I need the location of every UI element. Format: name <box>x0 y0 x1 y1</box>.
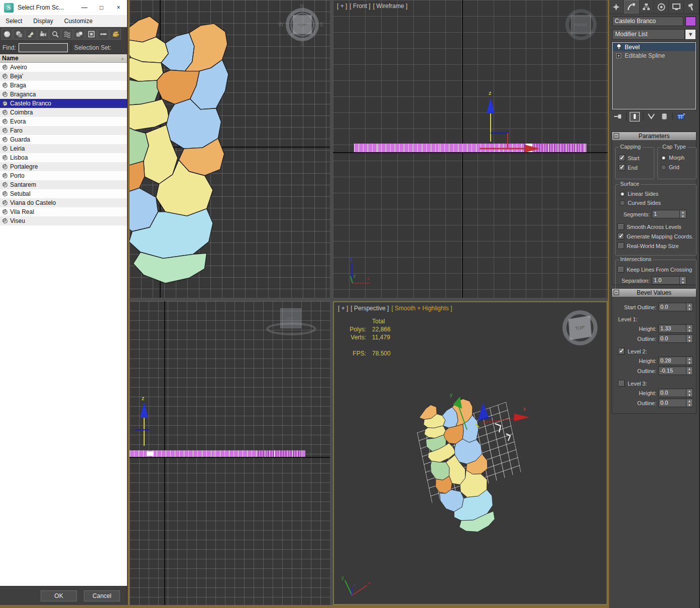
display-groups-icon[interactable] <box>73 29 85 40</box>
capping-end-checkbox[interactable] <box>619 164 625 171</box>
level3-outline-spinner[interactable]: 0.0▲▼ <box>658 399 693 407</box>
list-item[interactable]: Castelo Branco <box>0 99 127 108</box>
menu-customize[interactable]: Customize <box>59 18 98 25</box>
list-item[interactable]: Guarda <box>0 135 127 144</box>
list-item[interactable]: Vila Real <box>0 207 127 216</box>
ok-button[interactable]: OK <box>41 590 77 601</box>
gizmo-z-arrow[interactable] <box>487 97 495 113</box>
show-end-result-button[interactable] <box>630 112 640 121</box>
level2-checkbox[interactable] <box>618 348 625 354</box>
viewport-menu-view[interactable]: [ Front ] <box>349 3 370 10</box>
level3-checkbox[interactable] <box>618 380 625 387</box>
viewport-menu-shading[interactable]: [ Wireframe ] <box>373 3 408 10</box>
list-item[interactable]: Lisboa <box>0 153 127 162</box>
gizmo-x-arrow[interactable] <box>525 145 540 153</box>
gizmo-z-arrow[interactable] <box>140 402 148 418</box>
dialog-title-bar[interactable]: S Select From Sc... — □ × <box>0 0 127 15</box>
modifier-list-chevron-icon[interactable]: ▼ <box>685 29 696 40</box>
viewport-menu-view[interactable]: [ Perspective ] <box>351 305 389 312</box>
list-item[interactable]: Aveiro <box>0 63 127 72</box>
display-lights-icon[interactable] <box>25 29 37 40</box>
display-cameras-icon[interactable] <box>37 29 49 40</box>
segments-spinner[interactable]: 1▲▼ <box>652 210 686 218</box>
move-gizmo-front[interactable]: z x <box>474 89 559 156</box>
cancel-button[interactable]: Cancel <box>84 590 120 601</box>
gizmo-x-arrow[interactable] <box>514 414 529 421</box>
real-world-map-size-checkbox[interactable] <box>618 242 624 249</box>
list-item[interactable]: Porto <box>0 171 127 180</box>
list-item[interactable]: Evora <box>0 117 127 126</box>
configure-modifier-sets-button[interactable] <box>676 112 686 121</box>
start-outline-spinner[interactable]: 0.0▲▼ <box>658 303 693 311</box>
level2-outline-spinner[interactable]: -0.15▲▼ <box>658 367 693 375</box>
find-input[interactable] <box>19 43 68 52</box>
list-item[interactable]: Braga <box>0 81 127 90</box>
parameters-rollout-header[interactable]: − Parameters <box>612 132 696 140</box>
list-column-header[interactable]: Name ▲ <box>0 54 127 63</box>
move-gizmo-left[interactable]: z <box>136 395 166 451</box>
make-unique-button[interactable] <box>646 112 656 121</box>
display-shapes-icon[interactable] <box>13 29 25 40</box>
curved-sides-radio[interactable] <box>620 200 625 206</box>
linear-sides-radio[interactable] <box>620 191 625 197</box>
capping-start-checkbox[interactable] <box>619 155 625 161</box>
display-containers-icon[interactable] <box>109 29 121 40</box>
tab-create[interactable] <box>609 0 624 14</box>
gizmo-z-arrow[interactable] <box>478 403 489 420</box>
list-item[interactable]: Setubal <box>0 189 127 198</box>
display-space-warps-icon[interactable] <box>61 29 73 40</box>
sort-ascending-icon[interactable]: ▲ <box>121 56 127 61</box>
viewcube-top-face[interactable]: TOP <box>568 316 592 340</box>
tab-display[interactable] <box>669 0 684 14</box>
tab-modify[interactable] <box>624 0 639 14</box>
object-color-swatch[interactable] <box>685 17 696 26</box>
viewcube-top-face[interactable]: TOP <box>293 15 312 34</box>
lightbulb-icon[interactable] <box>613 44 625 50</box>
modifier-list-dropdown[interactable]: Modifier List <box>612 29 685 40</box>
smooth-across-levels-checkbox[interactable] <box>618 223 624 230</box>
viewport-perspective[interactable]: y x TOP Total Polys:22,866 Verts:11,479 … <box>333 301 608 605</box>
list-item[interactable]: Beja' <box>0 72 127 81</box>
viewport-left[interactable]: z LEFT <box>130 301 330 605</box>
modifier-stack-item-editable-spline[interactable]: Editable Spline <box>613 51 695 60</box>
list-item[interactable]: Viseu <box>0 216 127 225</box>
list-item[interactable]: Viana do Castelo <box>0 198 127 207</box>
pin-stack-button[interactable] <box>613 112 623 121</box>
viewport-menu-shading[interactable]: [ Smooth + Highlights ] <box>391 305 452 312</box>
list-item[interactable]: Leiria <box>0 144 127 153</box>
cap-type-grid-radio[interactable] <box>661 165 666 170</box>
name-column-header[interactable]: Name <box>0 55 121 62</box>
modifier-stack-item-bevel[interactable]: Bevel <box>613 43 695 51</box>
menu-display[interactable]: Display <box>28 18 58 25</box>
level1-outline-spinner[interactable]: 0.0▲▼ <box>658 334 693 343</box>
menu-select[interactable]: Select <box>0 18 28 25</box>
bevel-object-left-profile[interactable] <box>130 450 305 457</box>
display-geometry-icon[interactable] <box>1 29 13 40</box>
viewport-front[interactable]: z x FRONT z y x [ + ][ Front ][ Wirefram… <box>333 0 608 298</box>
list-item[interactable]: Faro <box>0 126 127 135</box>
viewport-menu-plus[interactable]: [ + ] <box>337 3 347 10</box>
display-bones-icon[interactable] <box>97 29 109 40</box>
list-item[interactable]: Portalegre <box>0 162 127 171</box>
collapse-icon[interactable]: − <box>614 133 619 139</box>
list-item[interactable]: Braganca <box>0 90 127 99</box>
object-name-field[interactable]: Castelo Branco <box>612 17 683 26</box>
close-button[interactable]: × <box>110 4 127 11</box>
minimize-button[interactable]: — <box>76 4 93 11</box>
level3-height-spinner[interactable]: 0.0▲▼ <box>658 389 693 397</box>
tab-utilities[interactable] <box>684 0 699 14</box>
generate-mapping-coords-checkbox[interactable] <box>618 233 624 239</box>
gizmo-y-arrow[interactable] <box>453 397 462 409</box>
expand-plus-icon[interactable] <box>613 53 625 58</box>
viewcube-front-face[interactable]: FRONT <box>571 15 591 34</box>
viewport-menu-plus[interactable]: [ + ] <box>338 305 348 312</box>
cap-type-morph-radio[interactable] <box>661 155 666 161</box>
display-xrefs-icon[interactable] <box>85 29 97 40</box>
viewport-label[interactable]: [ + ][ Front ][ Wireframe ] <box>337 3 410 10</box>
separation-spinner[interactable]: 1.0▲▼ <box>652 276 686 285</box>
bevel-values-rollout-header[interactable]: − Bevel Values <box>612 289 696 297</box>
remove-modifier-button[interactable] <box>659 112 669 121</box>
portugal-map-top-view[interactable] <box>130 10 230 292</box>
list-item[interactable]: Santarem <box>0 180 127 189</box>
list-item[interactable]: Coimbra <box>0 108 127 117</box>
